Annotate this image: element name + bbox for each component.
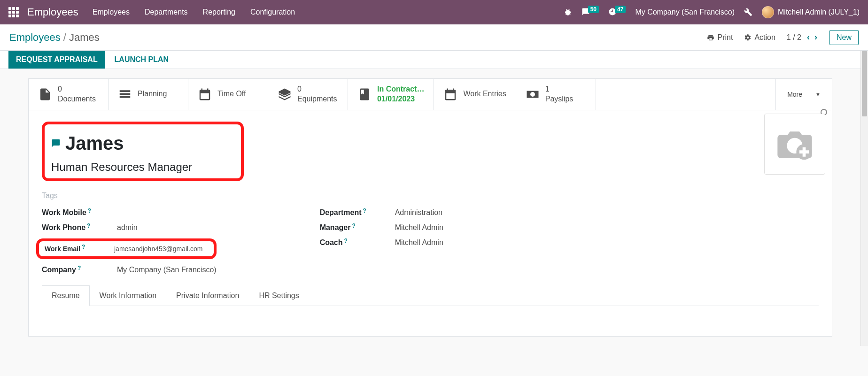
- activities-count: 47: [615, 6, 626, 13]
- pager-next[interactable]: ›: [814, 32, 818, 42]
- stat-work-entries[interactable]: Work Entries: [434, 79, 516, 110]
- top-navbar: Employees Employees Departments Reportin…: [0, 0, 868, 24]
- menu-employees[interactable]: Employees: [93, 8, 130, 16]
- stat-buttons: 0Documents Planning Time Off 0Equipments…: [29, 79, 832, 110]
- employee-name[interactable]: James: [65, 133, 124, 154]
- menu-reporting[interactable]: Reporting: [203, 8, 235, 16]
- tools-icon[interactable]: [744, 8, 752, 16]
- menu-departments[interactable]: Departments: [145, 8, 188, 16]
- label-work-mobile: Work Mobile: [42, 208, 86, 216]
- stat-equipments[interactable]: 0Equipments: [268, 79, 348, 110]
- tab-resume[interactable]: Resume: [42, 285, 90, 306]
- help-icon[interactable]: ?: [82, 244, 85, 250]
- breadcrumb: Employees/James: [9, 31, 100, 44]
- request-appraisal-button[interactable]: REQUEST APPRAISAL: [8, 51, 105, 69]
- field-work-email[interactable]: jamesandjohn453@gmail.com: [114, 245, 203, 253]
- user-menu[interactable]: Mitchell Admin (JULY_1): [762, 6, 860, 18]
- label-manager: Manager: [320, 223, 351, 231]
- tab-work-information[interactable]: Work Information: [90, 285, 167, 306]
- pager-prev[interactable]: ‹: [806, 32, 811, 42]
- status-bar: REQUEST APPRAISAL LAUNCH PLAN: [0, 51, 860, 69]
- label-coach: Coach: [320, 238, 343, 246]
- avatar: [762, 6, 774, 18]
- field-manager[interactable]: Mitchell Admin: [395, 223, 443, 232]
- vertical-scrollbar[interactable]: [860, 51, 868, 346]
- activities-button[interactable]: 47: [608, 8, 626, 17]
- pager-value[interactable]: 1 / 2: [787, 33, 801, 42]
- help-icon[interactable]: ?: [78, 265, 81, 271]
- tab-private-information[interactable]: Private Information: [166, 285, 249, 306]
- help-icon[interactable]: ?: [88, 207, 91, 214]
- field-company[interactable]: My Company (San Francisco): [117, 266, 217, 274]
- username: Mitchell Admin (JULY_1): [778, 8, 860, 16]
- apps-icon[interactable]: [8, 7, 19, 17]
- highlight-work-email: Work Email?jamesandjohn453@gmail.com: [36, 238, 217, 259]
- company-switcher[interactable]: My Company (San Francisco): [635, 8, 735, 16]
- form-sheet: 0Documents Planning Time Off 0Equipments…: [28, 78, 832, 337]
- tags-input[interactable]: Tags: [42, 192, 819, 200]
- help-icon[interactable]: ?: [87, 223, 90, 229]
- stat-planning[interactable]: Planning: [108, 79, 188, 110]
- stat-payslips[interactable]: 1Payslips: [516, 79, 596, 110]
- print-button[interactable]: Print: [707, 33, 733, 42]
- form-tabs: Resume Work Information Private Informat…: [42, 285, 819, 306]
- label-work-email: Work Email: [45, 245, 80, 253]
- new-button[interactable]: New: [829, 30, 859, 45]
- stat-more[interactable]: More ▼: [775, 79, 832, 110]
- scrollbar-thumb[interactable]: [862, 51, 867, 116]
- label-department: Department: [320, 208, 362, 216]
- breadcrumb-current: James: [69, 31, 100, 43]
- messages-count: 50: [588, 6, 599, 13]
- job-title[interactable]: Human Resources Manager: [51, 161, 232, 174]
- help-icon[interactable]: ?: [344, 238, 348, 244]
- tab-hr-settings[interactable]: HR Settings: [249, 285, 309, 306]
- pager: 1 / 2 ‹›: [787, 32, 818, 42]
- breadcrumb-root[interactable]: Employees: [9, 31, 61, 43]
- field-work-phone[interactable]: admin: [117, 223, 138, 232]
- action-button[interactable]: Action: [744, 33, 775, 42]
- app-brand[interactable]: Employees: [27, 6, 78, 18]
- main-menu: Employees Departments Reporting Configur…: [93, 8, 295, 16]
- control-panel: Employees/James Print Action 1 / 2 ‹› Ne…: [0, 24, 868, 51]
- messages-button[interactable]: 50: [581, 8, 599, 17]
- employee-photo[interactable]: [764, 114, 825, 175]
- label-work-phone: Work Phone: [42, 223, 85, 231]
- debug-icon[interactable]: [564, 8, 572, 16]
- field-coach[interactable]: Mitchell Admin: [395, 238, 443, 247]
- help-icon[interactable]: ?: [363, 207, 366, 214]
- stat-timeoff[interactable]: Time Off: [188, 79, 268, 110]
- launch-plan-button[interactable]: LAUNCH PLAN: [107, 51, 177, 69]
- label-company: Company: [42, 266, 76, 274]
- stat-documents[interactable]: 0Documents: [29, 79, 108, 110]
- menu-configuration[interactable]: Configuration: [250, 8, 295, 16]
- field-department[interactable]: Administration: [395, 208, 442, 217]
- stat-contract[interactable]: In Contract…01/01/2023: [348, 79, 434, 110]
- help-icon[interactable]: ?: [352, 223, 355, 229]
- highlight-name-title: James Human Resources Manager: [42, 122, 244, 181]
- chat-icon[interactable]: [51, 138, 61, 148]
